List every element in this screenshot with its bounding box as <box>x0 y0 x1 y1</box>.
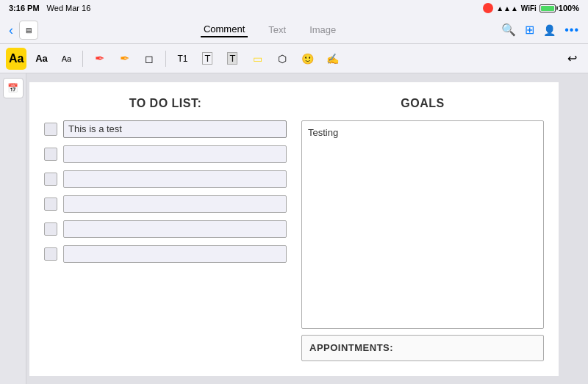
font-small-button[interactable]: Aa <box>56 48 76 70</box>
signal-icon: ▲▲▲ <box>496 4 518 12</box>
goals-section: GOALS Testing APPOINTMENTS: <box>301 97 544 361</box>
person-button[interactable]: 🙂 <box>297 48 318 70</box>
canvas-area: 📅 TO DO LIST: <box>0 73 588 384</box>
pen-red-icon: ✒ <box>95 51 104 65</box>
text-t3-label: T <box>227 52 237 65</box>
todo-input-3[interactable] <box>63 170 287 188</box>
todo-item-3 <box>44 170 287 188</box>
nav-left: ‹ ▤ <box>9 21 38 40</box>
todo-list <box>44 120 287 263</box>
todo-item-6 <box>44 245 287 263</box>
font-small-label: Aa <box>62 54 71 63</box>
page-content: TO DO LIST: <box>29 82 559 376</box>
todo-checkbox-3[interactable] <box>44 173 57 186</box>
tab-image[interactable]: Image <box>306 23 339 37</box>
todo-checkbox-4[interactable] <box>44 198 57 211</box>
grid-icon[interactable]: ⊞ <box>525 23 534 37</box>
todo-input-2[interactable] <box>63 145 287 163</box>
eraser-icon: ◻ <box>145 53 154 65</box>
todo-input-4[interactable] <box>63 195 287 213</box>
person-icon[interactable]: 👤 <box>543 24 556 36</box>
undo-icon: ↩ <box>567 51 577 65</box>
toolbar: Aa Aa Aa ✒ ✒ ◻ T1 T T ▭ ⬡ 🙂 ✍ ↩ <box>0 44 588 73</box>
font-bold-button[interactable]: Aa <box>6 48 26 70</box>
todo-checkbox-2[interactable] <box>44 148 57 161</box>
battery-pct: 100% <box>559 4 579 12</box>
appointments-title: APPOINTMENTS: <box>309 342 393 353</box>
todo-input-5[interactable] <box>63 220 287 238</box>
goals-title: GOALS <box>401 97 444 110</box>
font-medium-label: Aa <box>35 53 48 64</box>
calendar-icon: 📅 <box>7 83 18 93</box>
todo-input-6[interactable] <box>63 245 287 263</box>
todo-input-1[interactable] <box>63 120 287 138</box>
highlight-button[interactable]: ▭ <box>247 48 268 70</box>
shape-icon: ⬡ <box>278 53 287 65</box>
text-t2-label: T <box>202 52 212 65</box>
recording-dot <box>483 3 493 13</box>
todo-item-2 <box>44 145 287 163</box>
todo-item-4 <box>44 195 287 213</box>
todo-title: TO DO LIST: <box>129 97 202 110</box>
text-t1-button[interactable]: T1 <box>172 48 193 70</box>
status-right: ▲▲▲ WiFi 100% <box>483 3 579 13</box>
todo-checkbox-6[interactable] <box>44 247 57 261</box>
sign-icon: ✍ <box>326 53 339 65</box>
font-medium-button[interactable]: Aa <box>31 48 51 70</box>
page-thumbnail[interactable]: ▤ <box>19 21 38 40</box>
time: 3:16 PM <box>9 4 40 12</box>
pen-orange-icon: ✒ <box>120 51 129 65</box>
pen-orange-button[interactable]: ✒ <box>114 48 135 70</box>
undo-button[interactable]: ↩ <box>562 48 582 70</box>
goals-text: Testing <box>308 127 338 138</box>
nav-right: 🔍 ⊞ 👤 ••• <box>501 23 579 37</box>
text-t1-label: T1 <box>177 54 187 64</box>
text-t3-button[interactable]: T <box>222 48 243 70</box>
battery-icon <box>539 4 556 12</box>
thumb-panel: 📅 <box>0 73 26 384</box>
font-bold-label: Aa <box>9 52 24 65</box>
sign-button[interactable]: ✍ <box>322 48 343 70</box>
nav-tabs: Comment Text Image <box>201 22 339 37</box>
todo-checkbox-5[interactable] <box>44 222 57 236</box>
thumb-icon-calendar[interactable]: 📅 <box>3 78 24 98</box>
divider-1 <box>82 51 83 67</box>
eraser-button[interactable]: ◻ <box>139 48 159 70</box>
pen-red-button[interactable]: ✒ <box>89 48 110 70</box>
tab-comment[interactable]: Comment <box>201 22 248 37</box>
todo-item-1 <box>44 120 287 138</box>
divider-2 <box>165 51 166 67</box>
todo-checkbox-1[interactable] <box>44 123 57 136</box>
tab-text[interactable]: Text <box>265 23 289 37</box>
todo-item-5 <box>44 220 287 238</box>
appointments-bar: APPOINTMENTS: <box>301 335 544 361</box>
todo-section: TO DO LIST: <box>44 97 287 361</box>
status-left: 3:16 PM Wed Mar 16 <box>9 4 90 12</box>
date: Wed Mar 16 <box>47 4 91 12</box>
goals-box[interactable]: Testing <box>301 120 544 329</box>
search-icon[interactable]: 🔍 <box>501 23 516 37</box>
shape-button[interactable]: ⬡ <box>272 48 293 70</box>
status-bar: 3:16 PM Wed Mar 16 ▲▲▲ WiFi 100% <box>0 0 588 16</box>
wifi-icon: WiFi <box>521 4 537 12</box>
text-t2-button[interactable]: T <box>197 48 218 70</box>
back-button[interactable]: ‹ <box>9 23 13 37</box>
nav-bar: ‹ ▤ Comment Text Image 🔍 ⊞ 👤 ••• <box>0 16 588 44</box>
highlight-icon: ▭ <box>253 53 262 65</box>
person-icon: 🙂 <box>301 53 314 65</box>
more-icon[interactable]: ••• <box>564 23 579 37</box>
